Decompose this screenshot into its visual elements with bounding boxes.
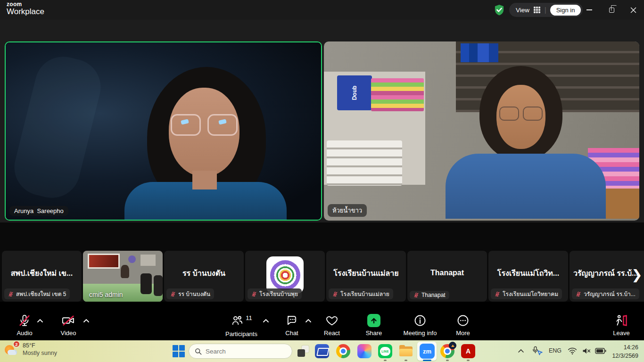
security-shield-icon[interactable] — [493, 4, 505, 16]
logo-workplace-text: Workplace — [7, 8, 44, 16]
mic-muted-icon — [170, 291, 176, 297]
restore-button[interactable] — [601, 0, 622, 20]
video-decor-chair — [140, 273, 152, 294]
weather-text: 85°F Mostly sunny — [23, 342, 57, 357]
sign-in-button[interactable]: Sign in — [550, 5, 581, 16]
audio-button[interactable]: Audio — [2, 314, 47, 337]
participant-tile[interactable]: Thanapat Thanapat — [407, 251, 487, 302]
start-button[interactable] — [173, 345, 185, 357]
leave-button[interactable]: Leave — [599, 314, 644, 337]
share-screen-icon — [367, 314, 380, 327]
next-participants-page-button[interactable]: ❯ — [631, 267, 643, 282]
title-bar: zoom Workplace View | Sign in — [0, 0, 644, 20]
mic-muted-icon — [332, 291, 338, 297]
participant-name-tag: Arunya Sareepho — [9, 206, 68, 216]
mic-in-use-location-icon[interactable] — [532, 346, 543, 355]
input-language-indicator[interactable]: ENG — [549, 347, 561, 354]
main-video-active-speaker[interactable]: Arunya Sareepho — [5, 41, 322, 221]
tray-overflow-caret[interactable] — [518, 348, 524, 353]
running-indicator — [467, 360, 470, 361]
search-input[interactable] — [206, 348, 276, 355]
gallery-grid-icon[interactable] — [533, 6, 541, 14]
running-indicator-active — [423, 360, 431, 361]
video-decor-cabinet — [140, 255, 156, 266]
share-button[interactable]: Share — [351, 314, 396, 337]
divider: | — [545, 6, 546, 14]
video-decor-bluebook: Doub — [337, 75, 372, 110]
meeting-toolbar: Audio Video 11 Participants Chat React S… — [0, 302, 644, 340]
more-button[interactable]: More — [440, 314, 486, 337]
search-icon — [195, 348, 202, 355]
acrobat-app-icon[interactable]: A — [461, 344, 475, 358]
video-decor-glasses — [499, 107, 519, 121]
heart-react-icon — [325, 314, 339, 327]
participant-label: รร บ้านบงตัน — [166, 288, 214, 299]
video-decor-painting — [88, 254, 120, 269]
participant-tile[interactable]: รร บ้านบงตัน รร บ้านบงตัน — [164, 251, 244, 302]
scanner-app-icon[interactable] — [315, 344, 329, 358]
participant-tile[interactable]: โรงเรียนบ้านพุย — [245, 251, 325, 302]
participant-center-name: Thanapat — [407, 251, 487, 295]
line-app-icon[interactable]: LINE — [378, 344, 392, 358]
school-logo-emblem — [270, 260, 300, 290]
chrome-profile-app-icon[interactable] — [440, 344, 454, 358]
react-button[interactable]: React — [309, 314, 355, 337]
tray-time: 14:26 — [612, 343, 638, 352]
minimize-icon — [586, 9, 592, 10]
participant-label: Thanapat — [410, 291, 449, 299]
close-icon — [630, 7, 636, 13]
participant-label: cmi5 admin — [85, 290, 127, 299]
chat-button[interactable]: Chat — [269, 314, 314, 337]
participant-tile[interactable]: โรงเรียนแม่โถวิท... โรงเรียนแม่โถวิทยาคม — [488, 251, 568, 302]
video-decor-neck — [192, 171, 217, 189]
more-ellipsis-icon — [456, 314, 470, 327]
participant-name-tag: ห้วยน้ำขาว — [328, 204, 367, 217]
close-button[interactable] — [623, 0, 644, 20]
mic-muted-icon — [495, 291, 500, 297]
video-button[interactable]: Video — [46, 314, 91, 337]
participant-label: สพป.เชียงใหม่ เขต 5 — [4, 288, 70, 299]
participant-tile[interactable]: cmi5 admin — [83, 251, 163, 302]
view-controls-group: View | Sign in — [509, 3, 583, 17]
book-spine-text: Doub — [351, 86, 358, 100]
zoom-app-icon[interactable]: zm — [420, 344, 434, 358]
participants-icon — [231, 314, 244, 327]
mic-muted-icon — [18, 314, 31, 327]
mic-muted-icon — [413, 292, 419, 298]
task-view-button[interactable] — [297, 345, 309, 357]
tray-date: 12/3/2569 — [612, 352, 638, 360]
running-indicator — [405, 360, 407, 361]
video-options-caret[interactable] — [83, 319, 90, 323]
wifi-icon[interactable] — [568, 347, 577, 355]
video-decor-walllogo — [128, 255, 136, 263]
audio-options-caret[interactable] — [37, 319, 43, 323]
chrome-app-icon[interactable] — [336, 344, 350, 358]
camera-muted-icon — [61, 314, 75, 327]
participant-label: โรงเรียนบ้านพุย — [248, 288, 302, 299]
view-button[interactable]: View — [516, 7, 529, 14]
participants-button[interactable]: 11 Participants — [219, 314, 264, 337]
zoom-meeting-window: { "titlebar": { "logo_line1": "zoom", "l… — [0, 0, 644, 362]
weather-widget[interactable]: 2 85°F Mostly sunny — [4, 342, 57, 357]
app-overlay-badge — [449, 342, 456, 349]
video-decor-shelf-items — [461, 43, 498, 62]
clock-widget[interactable]: 14:26 12/3/2569 — [612, 343, 638, 360]
participants-options-caret[interactable] — [263, 319, 269, 323]
participants-count: 11 — [246, 314, 252, 321]
battery-icon[interactable] — [595, 348, 606, 354]
main-video-secondary[interactable]: Doub ห้วยน้ำขาว — [324, 41, 639, 221]
participant-tile[interactable]: สพป.เชียงใหม่ เข... สพป.เชียงใหม่ เขต 5 — [2, 251, 82, 302]
minimize-button[interactable] — [579, 0, 600, 20]
video-decor-bookstack — [371, 78, 424, 111]
info-icon — [413, 314, 427, 327]
file-explorer-icon[interactable] — [399, 344, 413, 358]
video-decor-glasses — [523, 107, 543, 121]
taskbar-search[interactable] — [189, 344, 292, 359]
participant-tile[interactable]: โรงเรียนบ้านแม่ลาย โรงเรียนบ้านแม่ลาย — [326, 251, 406, 302]
copilot-app-icon[interactable] — [357, 344, 372, 358]
line-app-label: LINE — [380, 347, 390, 356]
volume-muted-icon[interactable] — [582, 347, 591, 355]
zoom-workplace-logo: zoom Workplace — [7, 1, 44, 16]
meeting-info-button[interactable]: Meeting info — [397, 314, 443, 337]
video-decor-body — [446, 154, 606, 219]
